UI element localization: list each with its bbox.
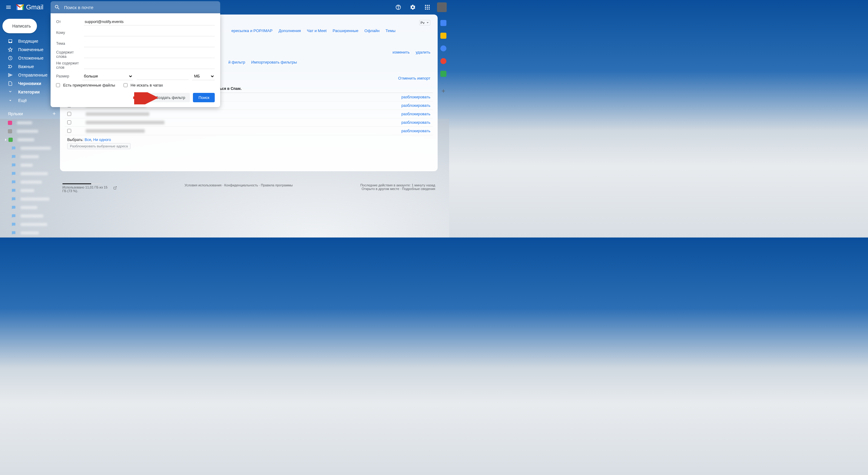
calendar-icon[interactable] (440, 20, 446, 26)
settings-icon[interactable] (407, 1, 419, 13)
size-op-select[interactable]: больше (82, 72, 133, 80)
cancel-import-link[interactable]: Отменить импорт (398, 76, 430, 80)
size-unit-select[interactable]: МБ (192, 72, 215, 80)
addon-icon[interactable] (440, 71, 446, 77)
terms-link[interactable]: Условия использования (184, 183, 221, 187)
blocked-email (86, 121, 164, 124)
blocked-checkbox[interactable] (67, 129, 71, 133)
unblock-link[interactable]: разблокировать (401, 112, 430, 116)
tab-offline[interactable]: Офлайн (364, 28, 379, 33)
nav-sent[interactable]: Отправленные (0, 71, 56, 79)
subject-label: Тема (56, 41, 84, 46)
label-item[interactable] (0, 144, 60, 152)
get-addons-button[interactable]: + (441, 87, 445, 95)
account-switcher[interactable]: Pv (419, 20, 430, 25)
svg-point-8 (429, 7, 430, 8)
from-input[interactable] (84, 18, 215, 25)
tab-chat[interactable]: Чат и Meet (307, 28, 327, 33)
search-bar[interactable] (51, 1, 220, 13)
create-filter-button[interactable]: Создать фильтр (151, 93, 190, 102)
compose-button[interactable]: Написать (2, 19, 37, 33)
tab-themes[interactable]: Темы (385, 28, 396, 33)
svg-point-9 (425, 8, 426, 10)
not-words-input[interactable] (84, 62, 215, 69)
main-menu-button[interactable] (2, 1, 14, 13)
add-label-button[interactable]: + (52, 111, 56, 117)
gmail-logo-text: Gmail (26, 3, 43, 11)
size-label: Размер (56, 74, 82, 78)
unblock-selected-button[interactable]: Разблокировать выбранные адреса (67, 143, 130, 149)
nav-drafts[interactable]: Черновики1 (0, 79, 56, 88)
label-item[interactable] (0, 152, 60, 161)
tab-forwarding[interactable]: ересылка и POP/IMAP (231, 28, 273, 33)
label-item[interactable] (0, 127, 60, 136)
search-button[interactable]: Поиск (193, 93, 215, 102)
has-words-input[interactable] (84, 51, 215, 58)
blocked-row: разблокировать (65, 118, 433, 127)
open-elsewhere-link[interactable]: Открыто в другом месте (362, 187, 399, 191)
apps-icon[interactable] (421, 1, 433, 13)
blocked-row: разблокировать (65, 127, 433, 135)
nav-inbox[interactable]: Входящие (0, 37, 56, 45)
blocked-checkbox[interactable] (67, 112, 71, 116)
unblock-link[interactable]: разблокировать (401, 129, 430, 133)
label-item[interactable] (0, 229, 60, 237)
select-all-link[interactable]: Все (85, 138, 91, 142)
label-item[interactable] (0, 220, 60, 229)
contacts-icon[interactable] (440, 58, 446, 64)
account-avatar[interactable] (437, 2, 447, 12)
chevron-down-icon (427, 22, 429, 24)
nav-starred[interactable]: Помеченные (0, 45, 56, 54)
label-item[interactable] (0, 118, 60, 127)
label-item[interactable] (0, 136, 60, 144)
open-external-icon[interactable] (113, 186, 117, 190)
unblock-link[interactable]: разблокировать (401, 103, 430, 108)
unblock-link[interactable]: разблокировать (401, 120, 430, 125)
label-item[interactable] (0, 203, 60, 212)
svg-point-10 (427, 8, 428, 10)
svg-point-4 (427, 5, 428, 6)
import-filters-link[interactable]: Импортировать фильтры (251, 60, 297, 64)
no-chats-checkbox[interactable]: Не искать в чатах (124, 83, 163, 88)
nav-important[interactable]: Важные (0, 62, 56, 71)
tasks-icon[interactable] (440, 45, 446, 52)
nav-categories[interactable]: Категории (0, 88, 56, 96)
svg-point-7 (427, 7, 428, 8)
help-icon[interactable] (392, 1, 404, 13)
to-input[interactable] (84, 29, 215, 36)
tab-advanced[interactable]: Расширенные (333, 28, 358, 33)
storage-text: Использовано 11,01 ГБ из 15 ГБ (73 %). (62, 185, 112, 193)
nav-snoozed[interactable]: Отложенные (0, 54, 56, 62)
to-label: Кому (56, 31, 84, 35)
search-input[interactable] (64, 5, 217, 10)
search-icon (54, 4, 60, 10)
select-none-link[interactable]: Ни одного (93, 138, 111, 142)
label-item[interactable] (0, 178, 60, 186)
from-label: От (56, 20, 84, 24)
label-item[interactable] (0, 169, 60, 178)
has-attachment-checkbox[interactable]: Есть прикрепленные файлы (56, 83, 115, 88)
size-value-input[interactable] (136, 73, 189, 80)
label-item[interactable] (0, 212, 60, 220)
label-item[interactable] (0, 161, 60, 169)
blocked-checkbox[interactable] (67, 121, 71, 124)
details-link[interactable]: Подробные сведения (402, 187, 435, 191)
filter-delete-link[interactable]: удалить (416, 50, 430, 55)
keep-icon[interactable] (440, 33, 446, 39)
blocked-email (86, 112, 149, 116)
filter-edit-link[interactable]: изменить (393, 50, 410, 55)
new-filter-link[interactable]: й фильтр (228, 60, 245, 64)
svg-point-11 (429, 8, 430, 10)
label-item[interactable] (0, 195, 60, 203)
label-item[interactable] (0, 186, 60, 195)
policies-link[interactable]: Правила программы (261, 183, 292, 187)
has-words-label: Содержит слова (56, 50, 84, 59)
privacy-link[interactable]: Конфиденциальность (224, 183, 258, 187)
svg-point-3 (425, 5, 426, 6)
tab-addons[interactable]: Дополнения (279, 28, 301, 33)
svg-point-5 (429, 5, 430, 6)
nav-more[interactable]: Ещё (0, 96, 56, 105)
subject-input[interactable] (84, 40, 215, 47)
unblock-link[interactable]: разблокировать (401, 95, 430, 99)
gmail-logo[interactable]: Gmail (16, 3, 43, 11)
